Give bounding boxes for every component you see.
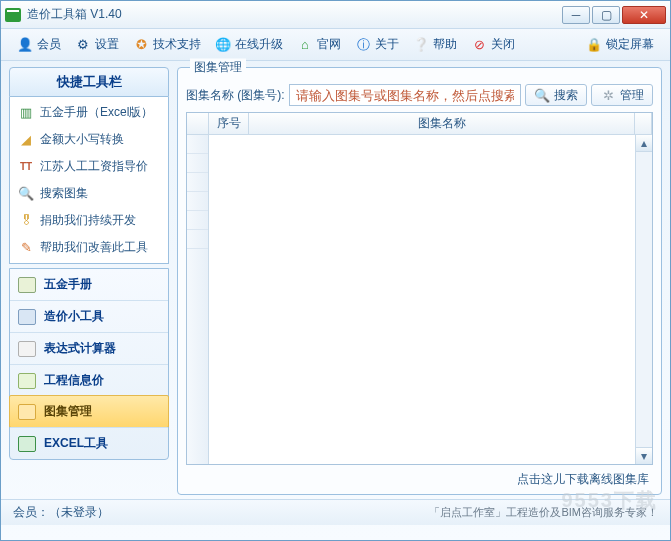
close-window-button[interactable]: ✕ <box>622 6 666 24</box>
about-button[interactable]: ⓘ关于 <box>349 33 405 56</box>
member-button[interactable]: 👤会员 <box>11 33 67 56</box>
search-row: 图集名称 (图集号): 🔍搜索 ✲管理 <box>186 84 653 106</box>
user-icon: 👤 <box>17 37 33 53</box>
cog-icon: ✲ <box>600 87 616 103</box>
maximize-button[interactable]: ▢ <box>592 6 620 24</box>
nav-item-excel-tools[interactable]: EXCEL工具 <box>10 427 168 459</box>
column-name[interactable]: 图集名称 <box>249 113 635 134</box>
search-icon: 🔍 <box>534 87 550 103</box>
website-button[interactable]: ⌂官网 <box>291 33 347 56</box>
medal-icon: 🎖 <box>18 213 34 229</box>
quick-item-wage-guide[interactable]: TT江苏人工工资指导价 <box>10 153 168 180</box>
scroll-down-arrow[interactable]: ▾ <box>636 447 652 464</box>
quick-item-donate[interactable]: 🎖捐助我们持续开发 <box>10 207 168 234</box>
tools-icon <box>18 309 36 325</box>
main-panel: 图集管理 图集名称 (图集号): 🔍搜索 ✲管理 序号 图集名称 <box>177 67 662 495</box>
window-title: 造价工具箱 V1.40 <box>27 6 560 23</box>
quick-item-search-atlas[interactable]: 🔍搜索图集 <box>10 180 168 207</box>
quick-item-amount-convert[interactable]: ◢金额大小写转换 <box>10 126 168 153</box>
support-icon: ✪ <box>133 37 149 53</box>
calculator-icon <box>18 341 36 357</box>
search-label: 图集名称 (图集号): <box>186 87 285 104</box>
close-icon: ⊘ <box>471 37 487 53</box>
list-icon <box>18 373 36 389</box>
scroll-up-arrow[interactable]: ▴ <box>636 135 652 152</box>
row-headers <box>187 135 209 464</box>
nav-item-calculator[interactable]: 表达式计算器 <box>10 332 168 364</box>
lock-icon: 🔒 <box>586 37 602 53</box>
status-member-value: （未登录） <box>49 504 109 521</box>
download-offline-link[interactable]: 点击这儿下载离线图集库 <box>186 465 653 490</box>
app-icon <box>5 8 21 22</box>
quick-item-hardware-manual[interactable]: ▥五金手册（Excel版） <box>10 99 168 126</box>
quick-item-feedback[interactable]: ✎帮助我们改善此工具 <box>10 234 168 261</box>
status-bar: 会员： （未登录） 「启点工作室」工程造价及BIM咨询服务专家！ <box>1 499 670 525</box>
help-icon: ❔ <box>413 37 429 53</box>
nav-item-cost-tools[interactable]: 造价小工具 <box>10 300 168 332</box>
support-button[interactable]: ✪技术支持 <box>127 33 207 56</box>
search-input[interactable] <box>289 84 521 106</box>
titlebar: 造价工具箱 V1.40 ─ ▢ ✕ <box>1 1 670 29</box>
results-table: 序号 图集名称 ▴ ▾ <box>186 112 653 465</box>
help-button[interactable]: ❔帮助 <box>407 33 463 56</box>
table-body-empty <box>209 135 635 464</box>
quick-tools-header: 快捷工具栏 <box>9 67 169 97</box>
nav-list: 五金手册 造价小工具 表达式计算器 工程信息价 图集管理 EXCEL工具 <box>9 268 169 460</box>
lock-screen-button[interactable]: 🔒锁定屏幕 <box>580 33 660 56</box>
manage-button[interactable]: ✲管理 <box>591 84 653 106</box>
main-toolbar: 👤会员 ⚙设置 ✪技术支持 🌐在线升级 ⌂官网 ⓘ关于 ❔帮助 ⊘关闭 🔒锁定屏… <box>1 29 670 61</box>
nav-item-price-info[interactable]: 工程信息价 <box>10 364 168 396</box>
close-button[interactable]: ⊘关闭 <box>465 33 521 56</box>
status-right-text: 「启点工作室」工程造价及BIM咨询服务专家！ <box>429 505 658 520</box>
gear-icon: ⚙ <box>75 37 91 53</box>
doc-icon: ▥ <box>18 105 34 121</box>
home-icon: ⌂ <box>297 37 313 53</box>
edit-icon: ✎ <box>18 240 34 256</box>
globe-icon: 🌐 <box>215 37 231 53</box>
corner-header <box>187 113 209 134</box>
ruler-icon: ◢ <box>18 132 34 148</box>
scroll-header <box>635 113 652 134</box>
column-seq[interactable]: 序号 <box>209 113 249 134</box>
settings-button[interactable]: ⚙设置 <box>69 33 125 56</box>
excel-icon <box>18 436 36 452</box>
info-icon: ⓘ <box>355 37 371 53</box>
status-member-label: 会员： <box>13 504 49 521</box>
vertical-scrollbar[interactable]: ▴ ▾ <box>635 135 652 464</box>
minimize-button[interactable]: ─ <box>562 6 590 24</box>
nav-item-hardware[interactable]: 五金手册 <box>10 269 168 300</box>
search-button[interactable]: 🔍搜索 <box>525 84 587 106</box>
sidebar: 快捷工具栏 ▥五金手册（Excel版） ◢金额大小写转换 TT江苏人工工资指导价… <box>9 67 169 495</box>
book-icon <box>18 277 36 293</box>
nav-item-atlas-manage[interactable]: 图集管理 <box>9 395 169 428</box>
update-button[interactable]: 🌐在线升级 <box>209 33 289 56</box>
search-icon: 🔍 <box>18 186 34 202</box>
folder-icon <box>18 404 36 420</box>
quick-tools-list: ▥五金手册（Excel版） ◢金额大小写转换 TT江苏人工工资指导价 🔍搜索图集… <box>9 97 169 264</box>
groupbox-title: 图集管理 <box>190 59 246 76</box>
text-icon: TT <box>18 159 34 175</box>
